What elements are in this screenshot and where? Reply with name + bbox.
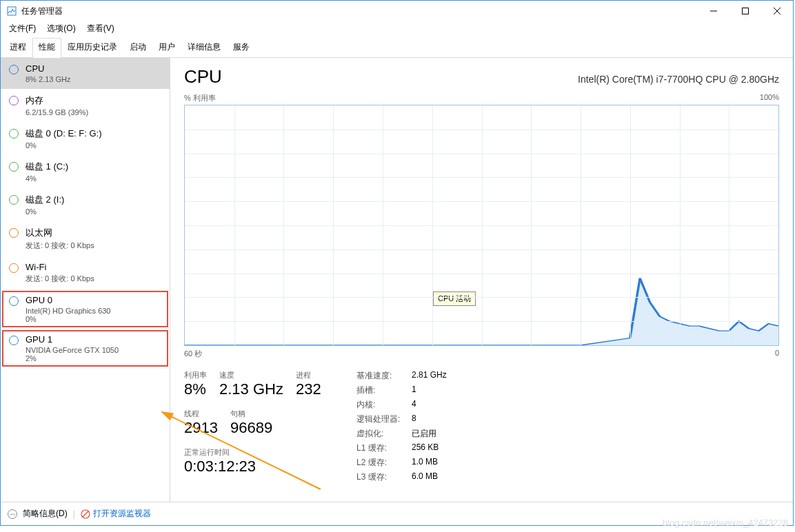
detail-key: 虚拟化:	[356, 428, 412, 440]
sidebar-item-sub: 0%	[26, 207, 64, 216]
resource-monitor-link[interactable]: 打开资源监视器	[81, 508, 151, 520]
stat-label: 进程	[296, 370, 321, 380]
task-manager-window: 任务管理器 文件(F) 选项(O) 查看(V) 进程性能应用历史记录启动用户详细…	[0, 0, 794, 526]
tabbar: 进程性能应用历史记录启动用户详细信息服务	[1, 38, 793, 58]
sidebar-item-5[interactable]: 以太网发送: 0 接收: 0 Kbps	[1, 221, 170, 256]
status-ring-icon	[9, 336, 19, 345]
svg-rect-2	[743, 8, 749, 14]
stat-4: 句柄96689	[230, 409, 272, 440]
tab-1[interactable]: 性能	[32, 38, 61, 57]
tab-2[interactable]: 应用历史记录	[61, 38, 123, 57]
tab-6[interactable]: 服务	[227, 38, 256, 57]
detail-value: 8	[412, 413, 416, 425]
detail-key: L1 缓存:	[356, 442, 412, 454]
chart-ymax: 100%	[760, 93, 779, 103]
minimize-button[interactable]	[698, 1, 729, 21]
status-ring-icon	[9, 228, 19, 238]
sidebar-item-2[interactable]: 磁盘 0 (D: E: F: G:)0%	[1, 122, 170, 155]
tab-3[interactable]: 启动	[123, 38, 152, 57]
stats-left: 利用率8%速度2.13 GHz进程232线程2913句柄96689正常运行时间0…	[184, 370, 322, 486]
stat-label: 正常运行时间	[184, 447, 322, 458]
tab-0[interactable]: 进程	[3, 38, 32, 57]
stat-2: 进程232	[296, 370, 321, 402]
detail-value: 256 KB	[412, 442, 439, 454]
detail-value: 2.81 GHz	[412, 370, 447, 382]
sidebar-item-6[interactable]: Wi-Fi发送: 0 接收: 0 Kbps	[1, 256, 170, 289]
sidebar-item-sub: 发送: 0 接收: 0 Kbps	[26, 241, 94, 251]
detail-row-3: 逻辑处理器:8	[356, 413, 447, 425]
close-button[interactable]	[761, 1, 793, 21]
detail-row-2: 内核:4	[356, 399, 447, 411]
detail-row-5: L1 缓存:256 KB	[356, 442, 447, 454]
sidebar-item-sub: 0%	[26, 141, 102, 150]
detail-value: 4	[412, 399, 416, 411]
sidebar-item-7[interactable]: GPU 0Intel(R) HD Graphics 630 0%	[1, 289, 170, 329]
status-ring-icon	[9, 65, 19, 74]
brief-info-link[interactable]: 简略信息(D)	[23, 508, 68, 520]
detail-value: 1.0 MB	[412, 457, 438, 469]
chart-xleft: 60 秒	[184, 349, 202, 359]
sidebar-item-sub: NVIDIA GeForce GTX 1050 2%	[26, 346, 119, 362]
sidebar-item-sub: Intel(R) HD Graphics 630 0%	[26, 307, 111, 323]
page-title: CPU	[184, 66, 222, 88]
watermark: blog.csdn.net/weixin_42473228	[663, 518, 788, 528]
menu-file[interactable]: 文件(F)	[3, 21, 41, 37]
detail-value: 1	[412, 385, 416, 396]
menubar: 文件(F) 选项(O) 查看(V)	[1, 21, 793, 37]
sidebar-item-0[interactable]: CPU8% 2.13 GHz	[1, 58, 170, 89]
stat-label: 利用率	[184, 370, 207, 380]
app-icon	[6, 6, 17, 17]
sidebar-item-sub: 4%	[26, 174, 68, 183]
sidebar-item-name: 磁盘 1 (C:)	[26, 161, 68, 173]
status-ring-icon	[9, 263, 19, 273]
stat-value: 2913	[184, 419, 218, 437]
menu-options[interactable]: 选项(O)	[41, 21, 81, 37]
stats-right: 基准速度:2.81 GHz插槽:1内核:4逻辑处理器:8虚拟化:已启用L1 缓存…	[356, 370, 447, 486]
detail-key: L3 缓存:	[356, 471, 412, 483]
status-ring-icon	[9, 129, 19, 139]
sidebar-item-name: Wi-Fi	[26, 262, 94, 272]
detail-value: 已启用	[412, 428, 436, 440]
stat-label: 速度	[219, 370, 283, 380]
sidebar-item-3[interactable]: 磁盘 1 (C:)4%	[1, 155, 170, 188]
sidebar-item-name: 内存	[26, 94, 88, 107]
sidebar-item-8[interactable]: GPU 1NVIDIA GeForce GTX 1050 2%	[1, 329, 170, 368]
status-ring-icon	[9, 195, 19, 205]
detail-value: 6.0 MB	[412, 471, 438, 483]
maximize-button[interactable]	[729, 1, 761, 21]
sidebar-item-name: 以太网	[26, 227, 94, 239]
status-ring-icon	[9, 96, 19, 105]
stat-value: 2.13 GHz	[219, 380, 283, 398]
sidebar-item-sub: 6.2/15.9 GB (39%)	[26, 108, 88, 116]
stat-5: 正常运行时间0:03:12:23	[184, 447, 322, 479]
detail-row-0: 基准速度:2.81 GHz	[356, 370, 447, 382]
detail-key: 内核:	[356, 399, 412, 411]
stat-value: 8%	[184, 380, 207, 398]
detail-row-4: 虚拟化:已启用	[356, 428, 447, 440]
detail-key: 插槽:	[356, 385, 412, 396]
sidebar-item-name: 磁盘 2 (I:)	[26, 194, 64, 206]
tab-5[interactable]: 详细信息	[181, 38, 227, 57]
svg-line-6	[83, 511, 88, 517]
chevron-up-icon[interactable]: ︿	[8, 509, 17, 519]
menu-view[interactable]: 查看(V)	[81, 21, 120, 37]
sidebar-item-name: GPU 1	[26, 334, 119, 345]
detail-key: 逻辑处理器:	[356, 413, 412, 425]
detail-row-1: 插槽:1	[356, 385, 447, 396]
chart-ylabel: % 利用率	[184, 93, 216, 103]
main-panel: CPU Intel(R) Core(TM) i7-7700HQ CPU @ 2.…	[170, 58, 793, 502]
window-title: 任务管理器	[21, 6, 698, 17]
status-ring-icon	[9, 296, 19, 306]
sidebar-item-name: 磁盘 0 (D: E: F: G:)	[26, 127, 102, 140]
sidebar-item-1[interactable]: 内存6.2/15.9 GB (39%)	[1, 89, 170, 122]
sidebar-item-name: CPU	[26, 63, 70, 74]
sidebar-item-4[interactable]: 磁盘 2 (I:)0%	[1, 188, 170, 221]
monitor-icon	[81, 509, 90, 519]
cpu-chart[interactable]: CPU 活动	[184, 105, 779, 346]
sidebar-item-sub: 发送: 0 接收: 0 Kbps	[26, 274, 94, 284]
sidebar-item-name: GPU 0	[26, 295, 111, 305]
stat-value: 232	[296, 380, 321, 398]
chart-xright: 0	[775, 349, 779, 359]
tab-4[interactable]: 用户	[152, 38, 181, 57]
stat-0: 利用率8%	[184, 370, 207, 402]
